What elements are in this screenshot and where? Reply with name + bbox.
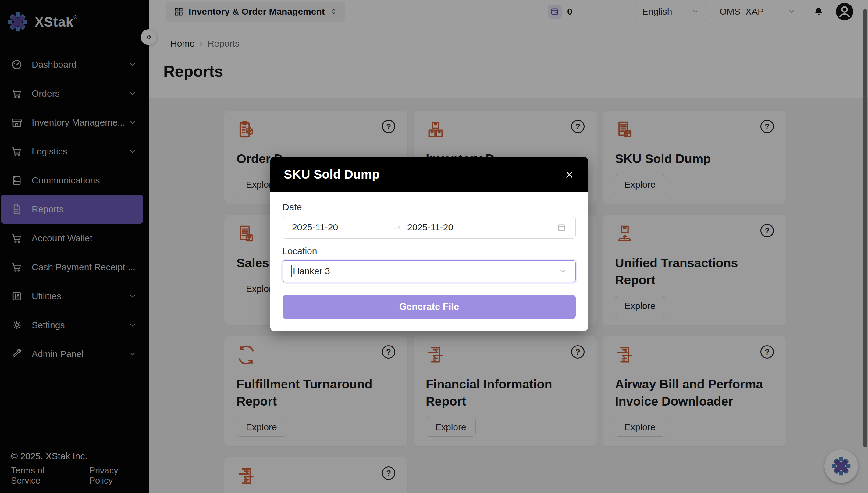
location-value: Hanker 3: [293, 266, 330, 276]
date-start-value[interactable]: 2025-11-20: [292, 222, 393, 233]
date-end-value[interactable]: 2025-11-20: [402, 222, 556, 233]
modal-header: SKU Sold Dump: [270, 157, 588, 192]
text-caret: [291, 265, 292, 277]
arrow-right-icon: [393, 223, 402, 232]
location-label: Location: [282, 246, 576, 256]
date-range-input[interactable]: 2025-11-20 2025-11-20: [282, 216, 576, 239]
generate-file-button[interactable]: Generate File: [282, 295, 576, 319]
chevron-down-icon: [559, 267, 567, 275]
location-select[interactable]: Hanker 3: [282, 260, 576, 282]
close-icon[interactable]: [564, 169, 574, 180]
modal-title: SKU Sold Dump: [284, 167, 379, 181]
date-label: Date: [282, 202, 576, 212]
sku-sold-dump-modal: SKU Sold Dump Date 2025-11-20 2025-11-20…: [270, 157, 588, 331]
calendar-icon: [556, 222, 566, 232]
modal-body: Date 2025-11-20 2025-11-20 Location Hank…: [270, 192, 588, 331]
